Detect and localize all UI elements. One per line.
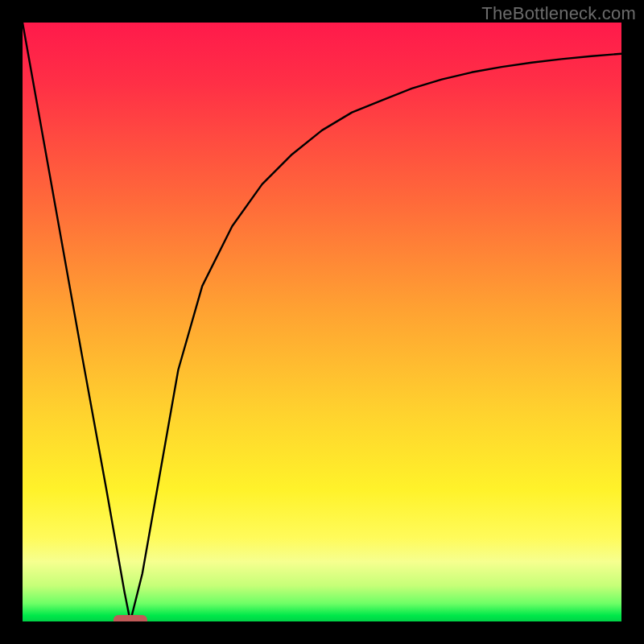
optimal-marker <box>114 615 147 621</box>
chart-svg <box>23 23 621 621</box>
watermark-text: TheBottleneck.com <box>481 3 636 24</box>
plot-area <box>23 23 621 621</box>
chart-frame: TheBottleneck.com <box>0 0 644 644</box>
data-curve <box>23 23 621 621</box>
